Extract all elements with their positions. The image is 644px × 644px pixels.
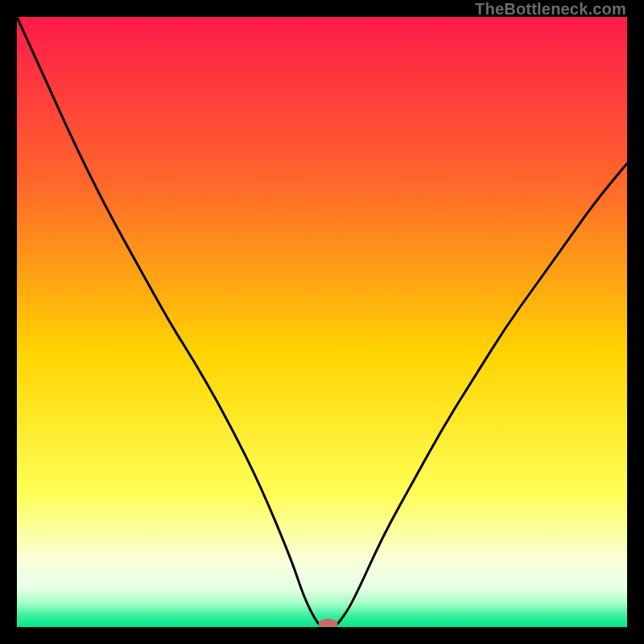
chart-frame: TheBottleneck.com xyxy=(0,0,644,644)
plot-area xyxy=(17,17,627,627)
bottleneck-curve xyxy=(17,17,627,627)
optimal-marker xyxy=(319,618,338,627)
attribution-label: TheBottleneck.com xyxy=(475,0,626,19)
